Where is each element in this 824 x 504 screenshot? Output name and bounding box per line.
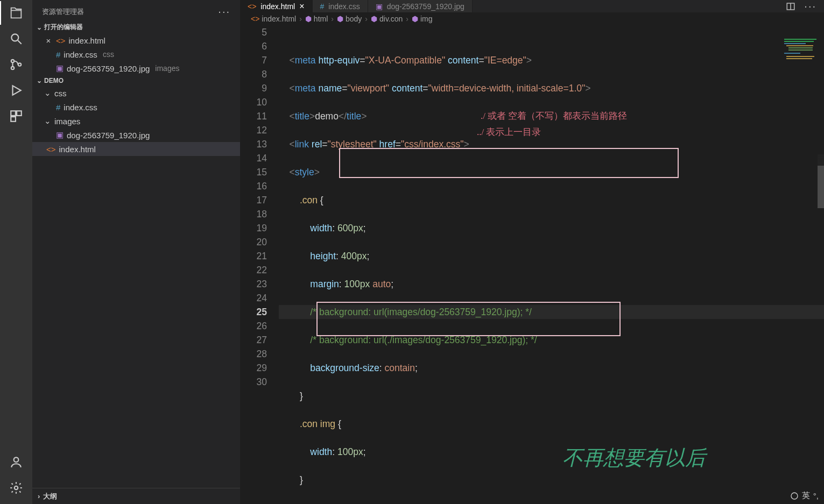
folder-header[interactable]: ⌄ DEMO [32, 75, 240, 86]
ime-label: 英 [802, 491, 810, 501]
svg-point-4 [18, 63, 21, 66]
file-label: index.css [64, 50, 97, 59]
file-label: dog-2563759_1920.jpg [67, 131, 150, 140]
html-file-icon: <> [248, 2, 256, 11]
source-control-icon[interactable] [9, 57, 24, 72]
code-editor[interactable]: 56789 1011121314 1516171819 2021222324 2… [240, 25, 824, 504]
chevron-down-icon: ⌄ [37, 77, 42, 84]
sidebar-title: 资源管理理器 ··· [32, 0, 240, 21]
close-icon[interactable]: × [44, 36, 53, 45]
css-file-icon: # [56, 103, 60, 112]
tree-folder[interactable]: ⌄ css [32, 86, 240, 100]
annotation-path-parent: ../ 表示上一目录 [477, 125, 541, 139]
ime-extra: °, [813, 491, 819, 500]
element-icon: ⬢ [371, 15, 377, 23]
css-file-icon: # [320, 2, 325, 11]
tab-index-css[interactable]: # index.css [313, 0, 368, 12]
ime-indicator[interactable]: 英 °, [787, 489, 822, 502]
html-file-icon: <> [56, 36, 66, 45]
image-file-icon: ▣ [56, 130, 64, 140]
svg-point-2 [11, 60, 14, 62]
breadcrumb-item[interactable]: html [314, 15, 328, 23]
file-label: index.html [69, 36, 105, 45]
svg-point-0 [11, 34, 18, 41]
breadcrumb-item[interactable]: div.con [379, 15, 403, 23]
css-file-icon: # [56, 50, 60, 59]
image-file-icon: ▣ [56, 63, 64, 73]
close-icon[interactable]: × [299, 2, 304, 11]
open-editors-header[interactable]: ⌄ 打开的编辑器 [32, 21, 240, 33]
breadcrumb-item[interactable]: index.html [262, 15, 296, 23]
html-file-icon: <> [251, 15, 259, 23]
svg-point-3 [11, 67, 14, 69]
sidebar-title-text: 资源管理理器 [42, 7, 84, 17]
svg-rect-8 [11, 117, 16, 122]
svg-line-1 [18, 40, 22, 44]
breadcrumb[interactable]: <> index.html › ⬢ html › ⬢ body › ⬢ div.… [240, 12, 824, 25]
breadcrumb-item[interactable]: img [420, 15, 433, 23]
open-editor-item[interactable]: ▣ dog-2563759_1920.jpg images [32, 61, 240, 75]
svg-rect-7 [17, 111, 22, 116]
element-icon: ⬢ [305, 15, 312, 23]
extensions-icon[interactable] [9, 109, 24, 124]
open-editors-label: 打开的编辑器 [44, 23, 83, 32]
chevron-down-icon: ⌄ [37, 24, 42, 31]
file-label: index.html [59, 145, 96, 154]
tab-image[interactable]: ▣ dog-2563759_1920.jpg [368, 0, 473, 12]
tabs-actions: ··· [778, 0, 824, 12]
annotation-path-current: ./ 或者 空着（不写）都表示当前路径 [481, 109, 627, 123]
split-editor-icon[interactable] [786, 2, 795, 11]
open-editor-item[interactable]: # index.css css [32, 47, 240, 61]
svg-point-10 [15, 486, 18, 490]
chevron-down-icon: ⌄ [44, 88, 51, 98]
folder-label: DEMO [44, 77, 64, 84]
explorer-icon[interactable] [9, 5, 24, 20]
tab-label: dog-2563759_1920.jpg [387, 2, 464, 11]
image-file-icon: ▣ [376, 2, 383, 11]
more-icon[interactable]: ··· [804, 0, 816, 12]
line-numbers: 56789 1011121314 1516171819 2021222324 2… [240, 25, 279, 504]
folder-label: css [54, 89, 67, 98]
tab-index-html[interactable]: <> index.html × [240, 0, 313, 12]
code-content[interactable]: <meta http-equiv="X-UA-Compatible" conte… [279, 25, 824, 504]
breadcrumb-item[interactable]: body [346, 15, 362, 23]
tabs: <> index.html × # index.css ▣ dog-256375… [240, 0, 824, 12]
element-icon: ⬢ [337, 15, 343, 23]
more-icon[interactable]: ··· [218, 5, 230, 18]
svg-point-13 [791, 493, 798, 499]
file-path-dim: css [103, 50, 114, 59]
svg-marker-5 [13, 86, 21, 95]
svg-rect-6 [11, 111, 16, 116]
account-icon[interactable] [9, 455, 24, 470]
minimap[interactable] [781, 37, 824, 166]
debug-icon[interactable] [9, 83, 24, 98]
chevron-right-icon: › [38, 492, 40, 500]
tree-file[interactable]: ▣ dog-2563759_1920.jpg [32, 128, 240, 142]
tab-label: index.css [328, 2, 360, 11]
sidebar: 资源管理理器 ··· ⌄ 打开的编辑器 × <> index.html # in… [32, 0, 240, 504]
outline-label: 大纲 [43, 492, 57, 501]
editor-area: <> index.html × # index.css ▣ dog-256375… [240, 0, 824, 504]
search-icon[interactable] [9, 31, 24, 46]
file-label: dog-2563759_1920.jpg [67, 64, 150, 73]
tree-file[interactable]: # index.css [32, 100, 240, 114]
file-label: index.css [64, 103, 97, 112]
tab-label: index.html [260, 2, 295, 11]
chevron-down-icon: ⌄ [44, 116, 51, 126]
tree-file-active[interactable]: <> index.html [32, 142, 240, 156]
folder-label: images [54, 117, 80, 126]
open-editor-item[interactable]: × <> index.html [32, 33, 240, 47]
element-icon: ⬢ [412, 15, 418, 23]
gear-icon[interactable] [9, 480, 24, 495]
activity-bar [0, 0, 32, 504]
watermark: 不再想要有以后 [562, 444, 706, 472]
svg-point-9 [14, 457, 19, 462]
file-path-dim: images [155, 64, 179, 73]
html-file-icon: <> [46, 145, 56, 154]
tree-folder[interactable]: ⌄ images [32, 114, 240, 128]
outline-header[interactable]: › 大纲 [32, 488, 240, 504]
